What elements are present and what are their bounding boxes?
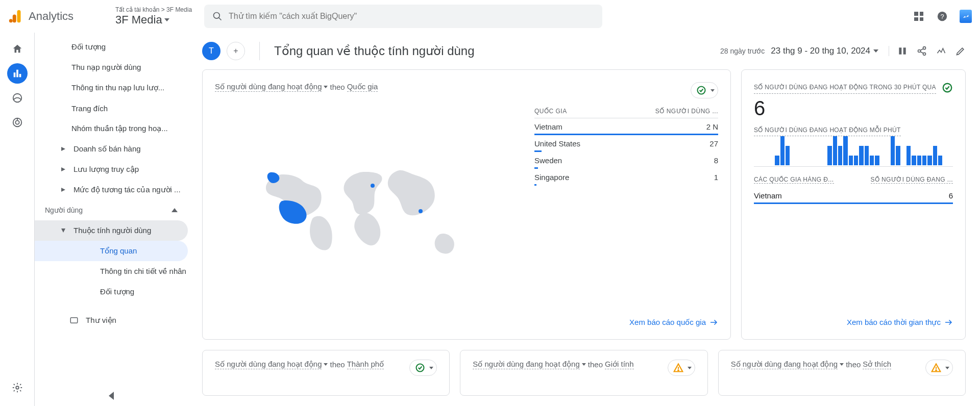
realtime-row: Vietnam6 (754, 187, 953, 204)
svg-line-4 (219, 18, 222, 20)
logo-block: Analytics (8, 9, 115, 23)
date-picker[interactable]: 23 thg 9 - 20 thg 10, 2024 (771, 46, 878, 56)
segment-badge[interactable]: T (202, 42, 220, 60)
edit-icon[interactable] (955, 46, 966, 56)
app-header: Analytics Tất cả tài khoản > 3F Media 3F… (0, 0, 980, 33)
chevron-down-icon[interactable] (324, 86, 328, 88)
range-label: 28 ngày trước (720, 47, 765, 55)
sidebar-subitem[interactable]: Đối tượng (35, 282, 188, 302)
table-row[interactable]: United States27 (534, 135, 718, 152)
svg-point-17 (923, 47, 926, 49)
help-icon[interactable]: ? (936, 10, 948, 22)
sidebar-group-users[interactable]: Người dùng (35, 200, 188, 220)
svg-rect-8 (16, 70, 18, 78)
sidebar-collapse[interactable] (35, 392, 188, 400)
rail-ads[interactable] (7, 112, 28, 133)
rail-explore[interactable] (7, 88, 28, 108)
svg-rect-1 (13, 15, 16, 23)
arrow-right-icon (944, 318, 953, 327)
check-circle-icon (696, 85, 706, 95)
search-bar[interactable] (204, 5, 602, 28)
arrow-right-icon (709, 318, 718, 327)
view-realtime-link[interactable]: Xem báo cáo thời gian thực (754, 318, 953, 327)
svg-point-22 (419, 209, 423, 213)
report-sidebar: Đối tượngThu nạp người dùngThông tin thu… (35, 33, 188, 406)
svg-point-18 (918, 50, 921, 53)
svg-rect-0 (17, 10, 21, 23)
svg-point-12 (15, 120, 19, 124)
table-row[interactable]: Sweden8 (534, 152, 718, 169)
sidebar-item[interactable]: Lưu lượng truy cập (35, 159, 188, 180)
sidebar-user-attributes[interactable]: Thuộc tính người dùng (35, 220, 188, 241)
view-country-report-link[interactable]: Xem báo cáo quốc gia (215, 318, 718, 327)
chevron-down-icon (873, 49, 878, 53)
card-small: Số người dùng đang hoạt động theo Sở thí… (718, 350, 966, 396)
sidebar-item[interactable]: Thu nạp người dùng (35, 57, 188, 78)
account-picker[interactable]: Tất cả tài khoản > 3F Media 3F Media (115, 6, 192, 27)
page-title: Tổng quan về thuộc tính người dùng (274, 44, 475, 58)
svg-rect-9 (19, 74, 21, 77)
chevron-down-icon (710, 89, 715, 92)
analytics-logo-icon (8, 9, 22, 23)
realtime-sparkline (754, 136, 953, 167)
account-path: Tất cả tài khoản > 3F Media (115, 6, 192, 13)
toolbar: T + Tổng quan về thuộc tính người dùng 2… (188, 33, 980, 69)
card-metric-label: Số người dùng đang hoạt động theo Quốc g… (215, 82, 378, 92)
svg-rect-15 (899, 47, 901, 54)
status-chip[interactable] (409, 360, 437, 376)
svg-rect-16 (903, 47, 906, 54)
add-segment-button[interactable]: + (227, 42, 245, 60)
chevron-up-icon (172, 208, 178, 212)
extension-icon[interactable] (960, 10, 972, 22)
sidebar-item[interactable]: Thông tin thu nạp lưu lượ... (35, 78, 188, 98)
sidebar-item[interactable]: Nhóm thuần tập trong hoạ... (35, 118, 188, 139)
product-name: Analytics (29, 10, 74, 23)
search-icon (212, 11, 223, 21)
svg-point-13 (16, 386, 19, 389)
svg-rect-7 (13, 72, 15, 77)
world-map[interactable] (215, 105, 522, 318)
insights-icon[interactable] (936, 46, 946, 56)
card-country-users: Số người dùng đang hoạt động theo Quốc g… (202, 69, 731, 340)
search-input[interactable] (229, 12, 594, 21)
sidebar-library[interactable]: Thư viện (35, 310, 188, 331)
rail-admin[interactable] (7, 377, 28, 398)
sidebar-subitem[interactable]: Tổng quan (35, 241, 188, 261)
card-small: Số người dùng đang hoạt động theo Thành … (202, 350, 450, 396)
apps-icon[interactable] (913, 10, 925, 22)
sidebar-item[interactable]: Doanh số bán hàng (35, 139, 188, 159)
share-icon[interactable] (917, 46, 927, 56)
rail-reports[interactable] (7, 63, 28, 84)
realtime-count: 6 (754, 97, 953, 120)
nav-rail (0, 33, 35, 406)
country-table: QUỐC GIASỐ NGƯỜI DÙNG ... Vietnam2 NUnit… (534, 105, 718, 318)
sidebar-item[interactable]: Mức độ tương tác của người ... (35, 180, 188, 200)
card-realtime: SỐ NGƯỜI DÙNG ĐANG HOẠT ĐỘNG TRONG 30 PH… (741, 69, 966, 340)
svg-point-2 (9, 19, 13, 22)
svg-point-26 (678, 370, 679, 371)
svg-point-21 (371, 184, 375, 188)
chevron-down-icon (164, 18, 169, 21)
sidebar-subitem[interactable]: Thông tin chi tiết về nhân k... (35, 261, 188, 282)
svg-point-19 (923, 53, 926, 55)
status-chip[interactable] (925, 360, 953, 376)
svg-point-28 (936, 370, 937, 371)
sidebar-item[interactable]: Trang đích (35, 98, 188, 118)
svg-text:?: ? (940, 13, 944, 20)
account-name: 3F Media (115, 13, 162, 27)
svg-point-3 (214, 13, 220, 19)
svg-rect-14 (70, 318, 78, 323)
table-row[interactable]: Vietnam2 N (534, 118, 718, 135)
status-chip[interactable] (691, 82, 718, 98)
main-content: T + Tổng quan về thuộc tính người dùng 2… (188, 33, 980, 406)
table-row[interactable]: Singapore1 (534, 169, 718, 186)
compare-icon[interactable] (897, 46, 908, 56)
status-chip[interactable] (668, 360, 695, 376)
card-small: Số người dùng đang hoạt động theo Giới t… (460, 350, 707, 396)
sidebar-item[interactable]: Đối tượng (35, 37, 188, 57)
library-icon (69, 316, 79, 325)
rail-home[interactable] (7, 39, 28, 59)
check-circle-icon (942, 82, 953, 93)
